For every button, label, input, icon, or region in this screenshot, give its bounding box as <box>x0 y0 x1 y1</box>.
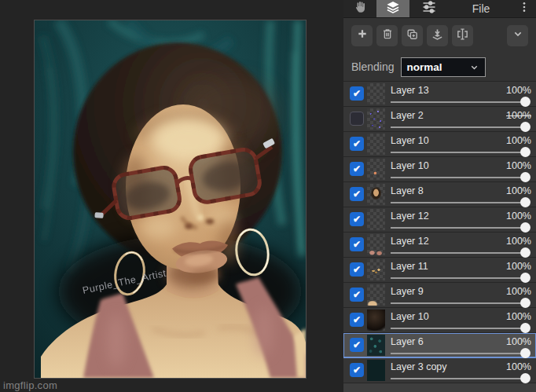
layer-opacity-slider[interactable] <box>391 97 530 107</box>
layer-name: Layer 10 <box>391 135 429 146</box>
chevron-down-icon <box>512 27 524 43</box>
layer-opacity-value: 100% <box>506 286 531 297</box>
layer-opacity-slider[interactable] <box>391 172 530 182</box>
blending-row: Blending normal <box>343 53 536 82</box>
layer-visibility-checkbox[interactable]: ✔ <box>350 137 364 151</box>
layer-thumbnail[interactable] <box>367 284 385 306</box>
layer-opacity-slider[interactable] <box>391 247 530 258</box>
checkmark-icon: ✔ <box>353 214 361 225</box>
layer-visibility-checkbox[interactable]: ✔ <box>350 212 364 226</box>
layer-opacity-slider[interactable] <box>391 298 530 308</box>
layer-opacity-value: 100% <box>506 211 531 222</box>
hand-icon <box>353 0 368 18</box>
layer-visibility-checkbox[interactable]: ✔ <box>350 313 364 327</box>
checkmark-icon: ✔ <box>353 163 361 174</box>
tab-adjustments[interactable] <box>411 0 447 17</box>
more-options-button[interactable] <box>514 0 534 17</box>
layer-thumbnail[interactable] <box>367 134 385 155</box>
layer-thumbnail[interactable] <box>367 209 385 230</box>
blending-mode-select[interactable]: normal <box>401 57 486 77</box>
layer-name: Layer 8 <box>391 185 424 196</box>
checkmark-icon: ✔ <box>353 339 361 350</box>
layer-thumbnail[interactable] <box>367 310 385 331</box>
layer-visibility-checkbox[interactable]: ✔ <box>350 262 364 277</box>
layer-thumbnail[interactable] <box>367 159 385 180</box>
layer-thumbnail[interactable] <box>367 108 385 130</box>
layer-thumbnail[interactable] <box>367 83 385 104</box>
slider-knob[interactable] <box>520 247 530 258</box>
layer-opacity-slider[interactable] <box>391 373 530 383</box>
merge-down-button[interactable] <box>427 25 448 46</box>
layer-visibility-checkbox[interactable]: ✔ <box>350 288 364 302</box>
artwork-canvas[interactable]: Purple_The_Artist <box>34 20 307 379</box>
layer-name: Layer 10 <box>391 160 429 171</box>
slider-track <box>391 302 529 304</box>
layer-thumbnail[interactable] <box>367 360 385 381</box>
checkmark-icon: ✔ <box>353 88 361 99</box>
layer-row[interactable]: ✔Layer 11100% <box>343 258 536 283</box>
layer-thumbnail[interactable] <box>367 234 385 255</box>
layer-visibility-checkbox[interactable]: ✔ <box>350 338 364 352</box>
slider-track <box>391 378 529 379</box>
layer-row[interactable]: ✔Layer 10100% <box>343 157 536 182</box>
expand-panel-button[interactable] <box>507 25 528 46</box>
layer-name: Layer 3 copy <box>391 361 447 372</box>
paint-app-window: Purple_The_Artist imgflip.com <box>0 0 536 392</box>
layer-thumbnail[interactable] <box>367 184 385 205</box>
slider-knob[interactable] <box>520 273 530 283</box>
slider-track <box>391 328 529 329</box>
layer-opacity-slider[interactable] <box>391 197 530 207</box>
slider-knob[interactable] <box>520 147 530 157</box>
layer-row[interactable]: ✔Layer 13100% <box>343 82 536 107</box>
layer-thumbnail-art <box>367 234 385 255</box>
slider-knob[interactable] <box>520 298 530 308</box>
layer-opacity-slider[interactable] <box>391 147 530 157</box>
layer-opacity-value: 100% <box>506 261 531 272</box>
slider-knob[interactable] <box>520 197 530 207</box>
layer-thumbnail[interactable] <box>367 335 385 356</box>
layer-opacity-slider[interactable] <box>391 323 530 333</box>
layer-opacity-value: 100% <box>506 361 531 372</box>
layer-row[interactable]: ✔Layer 10100% <box>343 308 536 333</box>
checkmark-icon: ✔ <box>353 289 361 300</box>
layer-visibility-checkbox[interactable] <box>350 112 364 126</box>
slider-track <box>391 152 529 153</box>
layer-visibility-checkbox[interactable]: ✔ <box>350 363 364 377</box>
layer-row[interactable]: ✔Layer 8100% <box>343 182 536 207</box>
layer-row[interactable]: Layer 2100% <box>343 107 536 132</box>
layer-opacity-slider[interactable] <box>391 122 530 132</box>
add-layer-button[interactable] <box>351 25 373 46</box>
layer-thumbnail[interactable] <box>367 259 385 280</box>
tab-layers[interactable] <box>376 0 409 17</box>
layer-opacity-slider[interactable] <box>391 222 530 233</box>
layer-visibility-checkbox[interactable]: ✔ <box>350 162 364 176</box>
layer-row[interactable]: ✔Layer 3 copy100% <box>343 358 536 383</box>
layer-visibility-checkbox[interactable]: ✔ <box>350 187 364 201</box>
layer-row[interactable]: ✔Layer 12100% <box>343 233 536 258</box>
delete-layer-button[interactable] <box>376 25 398 46</box>
transform-layer-button[interactable] <box>452 25 473 46</box>
layer-opacity-value: 100% <box>506 185 531 196</box>
layer-name: Layer 10 <box>391 311 429 322</box>
slider-knob[interactable] <box>520 348 530 358</box>
layer-opacity-slider[interactable] <box>391 273 530 283</box>
slider-knob[interactable] <box>520 323 530 333</box>
slider-knob[interactable] <box>520 373 530 383</box>
panel-tab-bar: File <box>343 0 536 18</box>
layer-row[interactable]: ✔Layer 10100% <box>343 132 536 157</box>
layer-visibility-checkbox[interactable]: ✔ <box>350 237 364 251</box>
file-menu-button[interactable]: File <box>460 0 502 17</box>
tab-hand-tool[interactable] <box>345 0 375 17</box>
slider-knob[interactable] <box>520 172 530 182</box>
slider-knob[interactable] <box>520 122 530 132</box>
duplicate-layer-button[interactable] <box>402 25 423 46</box>
slider-knob[interactable] <box>520 222 530 233</box>
layer-row[interactable]: ✔Layer 6100% <box>343 333 536 358</box>
checkmark-icon: ✔ <box>353 239 361 250</box>
slider-knob[interactable] <box>520 97 530 107</box>
layer-thumbnail-art <box>367 134 385 155</box>
layer-row[interactable]: ✔Layer 12100% <box>343 207 536 233</box>
layer-visibility-checkbox[interactable]: ✔ <box>350 86 364 101</box>
layer-row[interactable]: ✔Layer 9100% <box>343 283 536 308</box>
layer-opacity-slider[interactable] <box>391 348 530 358</box>
